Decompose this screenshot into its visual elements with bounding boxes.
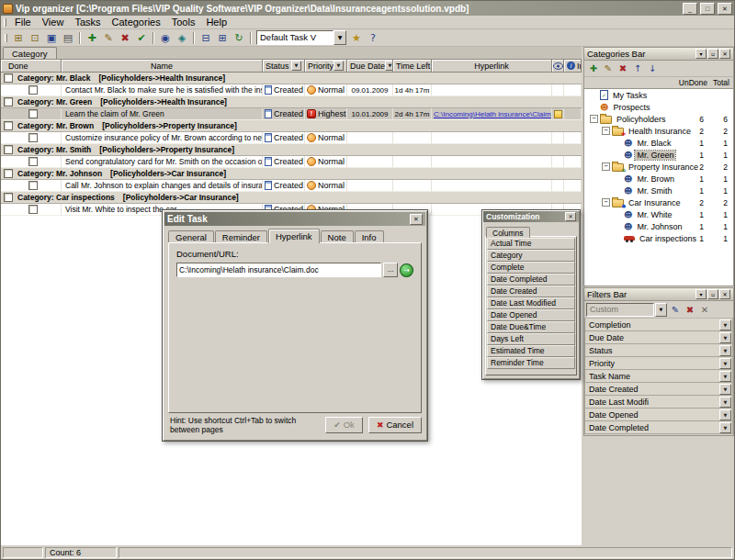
status-filter-icon[interactable]: ▼ xyxy=(291,61,301,71)
task-checkbox[interactable] xyxy=(28,85,38,95)
tree-item[interactable]: ☻Mr. White11 xyxy=(584,208,733,220)
delete-filter-icon[interactable]: ✕ xyxy=(697,302,712,317)
due-date-filter-icon[interactable]: ▼ xyxy=(385,61,393,71)
hyperlink-link[interactable]: C:\Incoming\Helath insurance\Claim.doc xyxy=(434,110,551,118)
menu-tasks[interactable]: Tasks xyxy=(69,16,106,28)
task-checkbox[interactable] xyxy=(28,181,38,190)
filter-preset-dropdown-icon[interactable]: ▼ xyxy=(655,303,667,317)
category-checkbox[interactable] xyxy=(4,97,13,106)
menu-grip[interactable] xyxy=(4,18,6,27)
delete-category-icon[interactable]: ✖ xyxy=(616,62,630,76)
category-row[interactable]: Category: Mr. Black[Policyholders->Healt… xyxy=(1,73,582,84)
filter-preset-combo[interactable]: Custom xyxy=(586,303,654,317)
save-icon[interactable]: ▣ xyxy=(43,30,60,45)
header-notes[interactable] xyxy=(552,60,564,73)
category-row[interactable]: Category: Mr. Smith[Policyholders->Prope… xyxy=(1,144,582,156)
header-hyperlink[interactable]: Hyperlink xyxy=(432,60,552,73)
tree-item[interactable]: −✚Health Insurance22 xyxy=(584,125,733,137)
categories-bar-menu-button[interactable]: ▾ xyxy=(695,49,707,59)
menu-categories[interactable]: Categories xyxy=(107,16,166,28)
customization-column-item[interactable]: Date Opened xyxy=(487,309,575,321)
template-star-icon[interactable]: ★ xyxy=(348,30,365,45)
category-row[interactable]: Category: Car inspections[Policyholders-… xyxy=(1,192,582,204)
new-task-icon[interactable]: ✚ xyxy=(84,30,100,45)
tree-item[interactable]: ✓My Tasks xyxy=(584,89,733,101)
hyperlink-icon[interactable]: ◈ xyxy=(174,30,190,45)
tree-item[interactable]: −⌂Property Insurance22 xyxy=(584,161,733,173)
task-checkbox[interactable] xyxy=(28,109,38,118)
edit-task-tab-reminder[interactable]: Reminder xyxy=(215,230,267,243)
category-row[interactable]: Category: Mr. Brown[Policyholders->Prope… xyxy=(1,120,582,132)
priority-filter-icon[interactable]: ▼ xyxy=(334,61,344,71)
customization-column-item[interactable]: Category xyxy=(487,250,575,262)
customization-column-item[interactable]: Actual Time xyxy=(487,238,575,250)
task-row[interactable]: Customize insurance policy of Mr. Brown … xyxy=(1,132,582,144)
task-checkbox[interactable] xyxy=(28,133,38,142)
task-checkbox[interactable] xyxy=(28,157,38,166)
customization-column-item[interactable]: Complete xyxy=(487,262,575,274)
delete-task-icon[interactable]: ✖ xyxy=(117,30,133,45)
template-dropdown-icon[interactable]: ▼ xyxy=(334,30,346,45)
header-time-left[interactable]: Time Left xyxy=(393,60,432,73)
tree-expander-icon[interactable]: − xyxy=(590,115,598,123)
filter-dropdown-icon[interactable]: ▼ xyxy=(719,332,731,343)
open-hyperlink-button[interactable]: → xyxy=(400,263,413,277)
customization-dialog-title[interactable]: Customization ✕ xyxy=(483,211,579,222)
document-url-input[interactable]: C:\Incoming\Helath insurance\Claim.doc xyxy=(176,263,381,277)
header-name[interactable]: Name xyxy=(62,60,263,73)
category-row[interactable]: Category: Mr. Green[Policyholders->Healt… xyxy=(1,96,582,108)
category-checkbox[interactable] xyxy=(4,193,13,202)
tree-item[interactable]: ☻Mr. Green11 xyxy=(584,149,733,161)
edit-task-tab-hyperlink[interactable]: Hyperlink xyxy=(268,229,320,243)
category-checkbox[interactable] xyxy=(4,145,13,154)
filter-dropdown-icon[interactable]: ▼ xyxy=(719,319,731,330)
category-checkbox[interactable] xyxy=(4,73,13,83)
toolbar-grip[interactable] xyxy=(5,34,7,42)
header-priority[interactable]: Priority▼ xyxy=(305,60,347,73)
close-button[interactable]: ✕ xyxy=(718,3,732,15)
tree-item[interactable]: ☻Mr. Smith11 xyxy=(584,185,733,196)
move-category-down-icon[interactable]: ↓ xyxy=(645,62,660,76)
filters-bar-close-button[interactable]: ✕ xyxy=(719,289,730,299)
new-category-icon[interactable]: ✚ xyxy=(586,62,601,76)
edit-task-close-button[interactable]: ✕ xyxy=(410,214,423,225)
tree-item[interactable]: −●Car Insurance22 xyxy=(584,196,733,208)
view-notes-icon[interactable]: ◉ xyxy=(157,30,174,45)
task-row[interactable]: Call Mr. Johnson to explain changes and … xyxy=(1,180,582,192)
customization-column-item[interactable]: Date Last Modified xyxy=(487,297,575,309)
tab-category[interactable]: Category xyxy=(3,47,57,59)
open-database-icon[interactable]: ⊡ xyxy=(27,30,43,45)
minimize-button[interactable]: _ xyxy=(683,3,697,15)
tree-expander-icon[interactable]: − xyxy=(602,198,610,207)
tab-columns[interactable]: Columns xyxy=(486,227,530,238)
refresh-icon[interactable]: ↻ xyxy=(231,30,247,45)
print-icon[interactable]: ▤ xyxy=(60,30,76,45)
header-done[interactable]: Done xyxy=(1,60,62,73)
total-column-header[interactable]: Total xyxy=(713,78,729,87)
task-checkbox[interactable] xyxy=(28,205,38,214)
menu-file[interactable]: File xyxy=(9,16,37,28)
browse-button[interactable]: ... xyxy=(383,263,398,277)
menu-tools[interactable]: Tools xyxy=(166,16,201,28)
task-row[interactable]: Send congratulatory card for Mr. Smith o… xyxy=(1,156,582,168)
customization-column-item[interactable]: Days Left xyxy=(487,333,575,345)
menu-view[interactable]: View xyxy=(37,16,70,28)
customization-column-item[interactable]: Date Due&Time xyxy=(487,321,575,333)
categories-bar-pin-button[interactable]: ▫ xyxy=(707,49,718,59)
maximize-button[interactable]: □ xyxy=(700,3,715,15)
edit-filter-icon[interactable]: ✎ xyxy=(668,302,683,317)
clear-filter-icon[interactable]: ✖ xyxy=(683,302,697,317)
tree-expander-icon[interactable]: − xyxy=(602,127,610,135)
categories-bar-toggle-icon[interactable]: ⊟ xyxy=(198,30,214,45)
menu-help[interactable]: Help xyxy=(200,16,232,28)
filter-dropdown-icon[interactable]: ▼ xyxy=(719,397,731,408)
filters-bar-pin-button[interactable]: ▫ xyxy=(707,289,718,299)
filter-dropdown-icon[interactable]: ▼ xyxy=(719,409,731,420)
customization-close-button[interactable]: ✕ xyxy=(565,212,576,221)
customization-column-item[interactable]: Date Completed xyxy=(487,274,575,286)
ok-button[interactable]: ✔Ok xyxy=(325,417,363,433)
tree-expander-icon[interactable]: − xyxy=(602,162,610,171)
filter-dropdown-icon[interactable]: ▼ xyxy=(719,358,731,369)
cancel-button[interactable]: ✖Cancel xyxy=(368,417,422,433)
task-row[interactable]: Contact Mr. Black to make sure he is sat… xyxy=(1,84,582,96)
